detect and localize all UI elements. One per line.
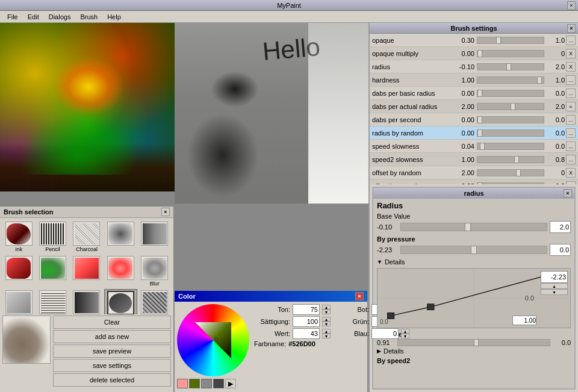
sattigung-down[interactable]: ▼	[322, 322, 331, 326]
bezier-value-input[interactable]	[541, 271, 568, 283]
slider-opaque-multiply[interactable]	[477, 50, 544, 57]
btn-opaque[interactable]: ...	[566, 36, 576, 45]
ton-input[interactable]	[293, 304, 320, 315]
settings-row-dabs-basic: dabs per basic radius 0.00 0.0 ...	[370, 87, 578, 100]
bezier-bottom-input[interactable]	[512, 316, 536, 325]
wert-up[interactable]: ▲	[322, 329, 331, 334]
menu-brush[interactable]: Brush	[75, 12, 102, 22]
brush-item-selected[interactable]	[104, 289, 137, 314]
save-preview-button[interactable]: save preview	[53, 344, 171, 358]
color-dialog-close[interactable]: ×	[355, 292, 364, 300]
sattigung-up[interactable]: ▲	[322, 317, 331, 322]
add-as-new-button[interactable]: add as new	[53, 330, 171, 343]
slider-offset-random[interactable]	[477, 169, 544, 176]
brush-item-5[interactable]	[138, 220, 171, 254]
slider-dabs-actual[interactable]	[477, 103, 544, 110]
color-wheel[interactable]: ▶	[177, 304, 249, 382]
btn-dabs-basic[interactable]: ...	[566, 89, 576, 98]
brush-item-9[interactable]	[104, 255, 137, 288]
btn-dabs-second[interactable]: ...	[566, 115, 576, 125]
brush-preview-pencil	[39, 222, 66, 246]
menu-edit[interactable]: Edit	[23, 12, 44, 22]
brush-selection-close[interactable]: ×	[161, 208, 170, 216]
brush-item-pencil[interactable]: Pencil	[36, 220, 69, 254]
slider-speed-slowness[interactable]	[477, 143, 544, 150]
slider-dabs-basic[interactable]	[477, 90, 544, 97]
bezier-down[interactable]: ▼	[541, 289, 568, 295]
clear-button[interactable]: Clear	[53, 316, 171, 329]
brush-preview-7	[39, 256, 66, 280]
menu-help[interactable]: Help	[102, 12, 126, 22]
blau-up[interactable]: ▲	[401, 329, 409, 334]
menu-dialogs[interactable]: Dialogs	[44, 12, 76, 22]
brush-preview-blur	[141, 256, 168, 280]
base-value-slider[interactable]	[400, 223, 547, 231]
settings-row-radius-random[interactable]: radius by random 0.00 0.0 ...	[370, 126, 578, 140]
brush-item-7[interactable]	[36, 255, 69, 288]
brush-item-smudge[interactable]: Smudge	[2, 289, 35, 314]
blau-input[interactable]	[371, 328, 399, 339]
slider-radius-random[interactable]	[477, 129, 544, 137]
brush-item-12[interactable]	[36, 289, 69, 314]
pressure-value-display: -2.23	[377, 246, 398, 254]
swatch-3[interactable]	[201, 379, 212, 388]
brush-item-charcoal[interactable]: Charcoal	[70, 220, 103, 254]
settings-row-radius: radius -0.10 2.0 X	[370, 60, 578, 73]
slider-hardness[interactable]	[477, 76, 544, 84]
sattigung-input[interactable]	[293, 316, 320, 327]
btn-dabs-actual[interactable]: =	[566, 102, 576, 111]
save-settings-button[interactable]: save settings	[53, 359, 171, 372]
ton-down[interactable]: ▼	[322, 310, 331, 314]
details-toggle[interactable]: ▼ Details	[377, 258, 571, 266]
swatch-2[interactable]	[189, 379, 200, 388]
slider-offset-speed[interactable]	[477, 182, 544, 185]
brush-item-15[interactable]	[138, 289, 171, 314]
menu-file[interactable]: File	[2, 12, 23, 22]
base-value-input[interactable]	[550, 221, 571, 233]
wert-label: Wert:	[254, 330, 290, 337]
bezier-up[interactable]: ▲	[541, 283, 568, 289]
swatch-arrow[interactable]: ▶	[225, 379, 236, 388]
pressure-slider[interactable]	[400, 246, 547, 254]
brush-item-4[interactable]	[104, 220, 137, 254]
btn-hardness[interactable]: ...	[566, 75, 576, 85]
wert-input[interactable]	[293, 328, 320, 339]
btn-radius[interactable]: X	[566, 62, 576, 72]
swatch-1[interactable]	[177, 379, 188, 388]
blau-down[interactable]: ▼	[401, 334, 409, 338]
bezier-area[interactable]: ▲ ▼ 0.0 0.0	[377, 268, 571, 328]
settings-row-dabs-second: dabs per second 0.00 0.0 ...	[370, 113, 578, 126]
slider-opaque[interactable]	[477, 37, 544, 44]
brush-item-13[interactable]	[70, 289, 103, 314]
radius-panel-close[interactable]: ×	[564, 189, 572, 198]
slider-speed2-slowness[interactable]	[477, 156, 544, 163]
wert-down[interactable]: ▼	[322, 334, 331, 338]
settings-row-hardness: hardness 1.00 1.0 ...	[370, 73, 578, 87]
btn-radius-random[interactable]: ...	[566, 128, 576, 138]
brush-selection-panel: Brush selection × Ink Pencil	[0, 205, 175, 392]
btn-speed2-slowness[interactable]: ...	[566, 155, 576, 164]
brush-preview-4	[107, 222, 134, 246]
btn-opaque-multiply[interactable]: X	[566, 49, 576, 58]
delete-selected-button[interactable]: delete selected	[53, 373, 171, 387]
settings-row-offset-speed: offset by speed 0.00 0.0 ...	[370, 179, 578, 184]
brush-item-ink[interactable]: Ink	[2, 220, 35, 254]
speed-slider[interactable]	[397, 339, 550, 346]
btn-offset-speed[interactable]: ...	[566, 181, 576, 185]
close-button[interactable]: ×	[567, 1, 576, 10]
brush-settings-close[interactable]: ×	[567, 24, 576, 33]
brush-preview-9	[107, 256, 134, 280]
canvas-art-right[interactable]: Hello	[175, 23, 368, 204]
btn-speed-slowness[interactable]: ...	[566, 142, 576, 151]
brush-item-6[interactable]	[2, 255, 35, 288]
brush-item-8[interactable]	[70, 255, 103, 288]
slider-radius[interactable]	[477, 63, 544, 70]
pressure-value-input[interactable]	[550, 244, 571, 256]
ton-up[interactable]: ▲	[322, 305, 331, 310]
swatch-4[interactable]	[213, 379, 224, 388]
grun-label: Grün:	[333, 318, 369, 325]
brush-item-blur[interactable]: Blur	[138, 255, 171, 288]
btn-offset-random[interactable]: X	[566, 168, 576, 178]
slider-dabs-second[interactable]	[477, 116, 544, 123]
settings-row-speed2-slowness: speed2 slowness 1.00 0.8 ...	[370, 153, 578, 166]
